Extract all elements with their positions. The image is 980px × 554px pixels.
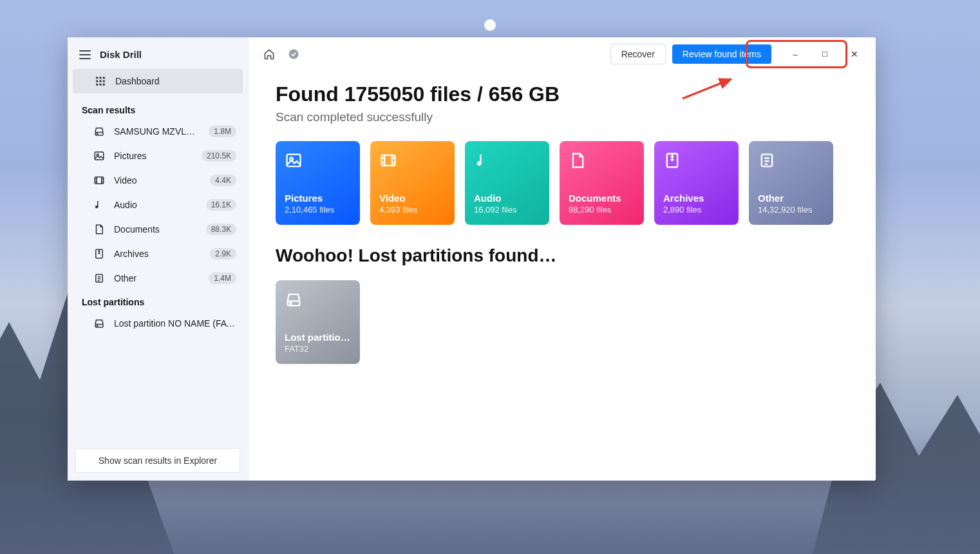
sidebar: Disk Drill Dashboard Scan results SAMSUN… bbox=[68, 37, 249, 481]
sidebar-item-count: 1.8M bbox=[209, 126, 236, 137]
card-sub: 4,393 files bbox=[379, 205, 446, 215]
svg-rect-19 bbox=[287, 155, 301, 167]
svg-rect-11 bbox=[95, 152, 104, 160]
sidebar-item-label: Audio bbox=[114, 200, 137, 210]
sidebar-item-archives[interactable]: Archives 2.9K bbox=[68, 242, 248, 266]
drive-icon bbox=[285, 291, 303, 309]
svg-rect-2 bbox=[103, 77, 105, 79]
svg-rect-1 bbox=[100, 77, 102, 79]
sidebar-item-documents[interactable]: Documents 88.3K bbox=[68, 217, 248, 242]
sidebar-item-label: Lost partition NO NAME (FAT… bbox=[114, 318, 236, 329]
sidebar-item-count: 2.9K bbox=[210, 248, 236, 260]
archive-icon bbox=[663, 151, 681, 169]
svg-point-17 bbox=[97, 325, 98, 327]
sidebar-item-other[interactable]: Other 1.4M bbox=[68, 266, 248, 291]
content-area: Found 1755050 files / 656 GB Scan comple… bbox=[249, 71, 876, 396]
sidebar-item-label: Video bbox=[114, 175, 137, 186]
sidebar-footer: Show scan results in Explorer bbox=[68, 441, 248, 481]
other-icon bbox=[758, 151, 776, 169]
sidebar-header: Disk Drill bbox=[68, 37, 248, 69]
document-icon bbox=[569, 151, 587, 169]
card-lost-partition[interactable]: Lost partitio… FAT32 bbox=[276, 280, 360, 364]
card-sub: 88,290 files bbox=[569, 205, 635, 215]
drive-icon bbox=[93, 126, 105, 137]
sidebar-item-label: SAMSUNG MZVLB1T0… bbox=[114, 126, 200, 137]
card-sub: FAT32 bbox=[285, 344, 351, 354]
svg-rect-8 bbox=[103, 84, 105, 86]
sidebar-item-count: 4.4K bbox=[210, 175, 236, 186]
card-title: Other bbox=[758, 193, 824, 204]
card-archives[interactable]: Archives 2,890 files bbox=[654, 141, 739, 225]
audio-icon bbox=[93, 199, 105, 211]
sidebar-item-pictures[interactable]: Pictures 210.5K bbox=[68, 144, 248, 168]
archive-icon bbox=[93, 248, 105, 260]
lost-partitions-headline: Woohoo! Lost partitions found… bbox=[276, 245, 849, 266]
close-button[interactable]: ✕ bbox=[840, 44, 869, 64]
home-icon[interactable] bbox=[263, 48, 276, 61]
card-other[interactable]: Other 14,32,920 files bbox=[749, 141, 833, 225]
sidebar-item-label: Pictures bbox=[114, 151, 147, 161]
other-icon bbox=[93, 272, 105, 284]
card-video[interactable]: Video 4,393 files bbox=[370, 141, 455, 225]
card-sub: 2,890 files bbox=[663, 205, 730, 215]
sidebar-item-count: 16.1K bbox=[206, 199, 236, 211]
svg-point-18 bbox=[289, 50, 299, 59]
sidebar-item-label: Other bbox=[114, 273, 137, 283]
review-found-items-button[interactable]: Review found items bbox=[672, 44, 771, 64]
card-title: Audio bbox=[474, 193, 540, 204]
recover-button[interactable]: Recover bbox=[610, 44, 666, 64]
sidebar-item-count: 88.3K bbox=[206, 224, 236, 235]
svg-point-25 bbox=[290, 303, 291, 304]
card-sub: 14,32,920 files bbox=[758, 205, 824, 215]
lost-partition-cards: Lost partitio… FAT32 bbox=[276, 280, 849, 364]
svg-rect-21 bbox=[382, 155, 395, 166]
maximize-button[interactable]: ☐ bbox=[810, 44, 840, 64]
svg-rect-0 bbox=[96, 77, 98, 79]
sidebar-item-video[interactable]: Video 4.4K bbox=[68, 168, 248, 193]
sidebar-item-drive[interactable]: SAMSUNG MZVLB1T0… 1.8M bbox=[68, 119, 248, 144]
card-audio[interactable]: Audio 16,092 files bbox=[465, 141, 549, 225]
minimize-button[interactable]: – bbox=[780, 44, 810, 64]
card-title: Pictures bbox=[285, 193, 351, 204]
sidebar-section-lost-partitions: Lost partitions bbox=[68, 291, 248, 311]
svg-rect-6 bbox=[96, 84, 98, 86]
sidebar-item-audio[interactable]: Audio 16.1K bbox=[68, 193, 248, 217]
card-title: Archives bbox=[663, 193, 730, 204]
card-sub: 16,092 files bbox=[474, 205, 540, 215]
toolbar: Recover Review found items – ☐ ✕ bbox=[249, 37, 876, 71]
main-pane: Recover Review found items – ☐ ✕ Found 1… bbox=[249, 37, 876, 481]
svg-rect-13 bbox=[95, 177, 104, 184]
drive-icon bbox=[93, 318, 105, 329]
grid-icon bbox=[95, 75, 106, 87]
app-title: Disk Drill bbox=[100, 49, 142, 60]
svg-rect-3 bbox=[96, 81, 98, 82]
audio-icon bbox=[474, 151, 492, 169]
window-controls: – ☐ ✕ bbox=[780, 44, 869, 64]
svg-rect-5 bbox=[103, 81, 105, 82]
card-pictures[interactable]: Pictures 2,10,465 files bbox=[276, 141, 360, 225]
document-icon bbox=[93, 224, 105, 235]
category-cards: Pictures 2,10,465 files Video 4,393 file… bbox=[276, 141, 849, 225]
sidebar-item-dashboard[interactable]: Dashboard bbox=[73, 69, 243, 93]
show-in-explorer-button[interactable]: Show scan results in Explorer bbox=[75, 448, 240, 473]
svg-point-10 bbox=[97, 133, 98, 135]
video-icon bbox=[379, 151, 397, 169]
results-subhead: Scan completed successfully bbox=[276, 110, 849, 124]
sidebar-item-lost-partition[interactable]: Lost partition NO NAME (FAT… bbox=[68, 311, 248, 336]
sidebar-item-label: Dashboard bbox=[115, 76, 160, 86]
app-window: Disk Drill Dashboard Scan results SAMSUN… bbox=[68, 37, 876, 481]
sidebar-item-count: 1.4M bbox=[209, 272, 236, 284]
results-headline: Found 1755050 files / 656 GB bbox=[276, 82, 849, 106]
picture-icon bbox=[285, 151, 303, 169]
hamburger-icon[interactable] bbox=[79, 50, 91, 59]
svg-rect-4 bbox=[100, 81, 102, 82]
sidebar-item-label: Archives bbox=[114, 249, 149, 259]
card-title: Video bbox=[379, 193, 446, 204]
picture-icon bbox=[93, 150, 105, 162]
card-title: Documents bbox=[569, 193, 635, 204]
sidebar-item-label: Documents bbox=[114, 224, 160, 234]
svg-rect-7 bbox=[100, 84, 102, 86]
card-documents[interactable]: Documents 88,290 files bbox=[560, 141, 644, 225]
card-sub: 2,10,465 files bbox=[285, 205, 351, 215]
check-badge-icon[interactable] bbox=[287, 48, 300, 61]
